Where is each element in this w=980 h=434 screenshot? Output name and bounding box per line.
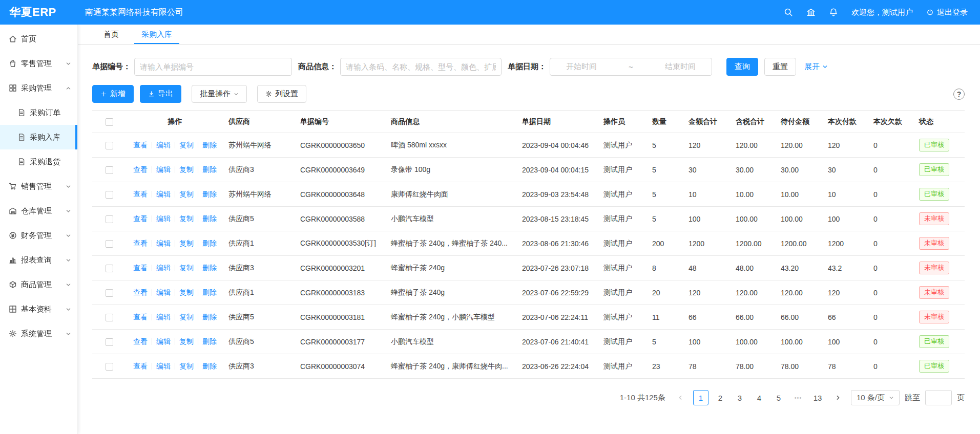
page-button-3[interactable]: 3: [732, 390, 747, 405]
column-settings-button[interactable]: 列设置: [257, 85, 306, 103]
delete-link[interactable]: 删除: [202, 239, 217, 247]
delete-link[interactable]: 删除: [202, 288, 217, 296]
action-separator: [175, 338, 175, 345]
view-link[interactable]: 查看: [133, 264, 148, 272]
row-checkbox[interactable]: [106, 240, 113, 248]
bill-no-input[interactable]: [134, 58, 292, 76]
app-logo[interactable]: 华夏ERP: [0, 5, 78, 20]
delete-link[interactable]: 删除: [202, 264, 217, 272]
delete-link[interactable]: 删除: [202, 337, 217, 345]
copy-link[interactable]: 复制: [179, 165, 194, 173]
sidebar-item-report[interactable]: 报表查询: [0, 248, 77, 272]
logout-button[interactable]: 退出登录: [926, 8, 968, 17]
sidebar-item-goods[interactable]: 商品管理: [0, 272, 77, 297]
row-checkbox[interactable]: [106, 289, 113, 297]
sidebar-item-purchase-order[interactable]: 采购订单: [0, 100, 77, 125]
sidebar-item-warehouse[interactable]: 仓库管理: [0, 199, 77, 223]
sidebar-item-purchase[interactable]: 采购管理: [0, 76, 77, 100]
edit-link[interactable]: 编辑: [156, 214, 171, 223]
row-checkbox[interactable]: [106, 142, 113, 149]
copy-link[interactable]: 复制: [179, 239, 194, 247]
delete-link[interactable]: 删除: [202, 362, 217, 370]
batch-operations-button[interactable]: 批量操作: [192, 85, 247, 103]
sidebar-item-home[interactable]: 首页: [0, 27, 77, 51]
edit-link[interactable]: 编辑: [156, 362, 171, 370]
store-icon[interactable]: [806, 8, 816, 17]
tab-purchase-in[interactable]: 采购入库: [134, 25, 179, 44]
edit-link[interactable]: 编辑: [156, 264, 171, 272]
page-button-13[interactable]: 13: [810, 390, 825, 405]
row-checkbox[interactable]: [106, 363, 113, 371]
sidebar-item-basic[interactable]: 基本资料: [0, 297, 77, 321]
view-link[interactable]: 查看: [133, 141, 148, 149]
bell-icon[interactable]: [829, 8, 838, 17]
search-button[interactable]: 查询: [726, 58, 758, 76]
sidebar-item-finance[interactable]: 财务管理: [0, 223, 77, 248]
tab-home[interactable]: 首页: [96, 25, 126, 44]
row-checkbox[interactable]: [106, 338, 113, 346]
edit-link[interactable]: 编辑: [156, 337, 171, 345]
table-row: 查看编辑复制删除供应商5CGRK00000003181蜂蜜柚子茶 240g，小鹏…: [92, 305, 965, 330]
edit-link[interactable]: 编辑: [156, 141, 171, 149]
edit-link[interactable]: 编辑: [156, 288, 171, 296]
page-button-5[interactable]: 5: [771, 390, 786, 405]
delete-link[interactable]: 删除: [202, 165, 217, 173]
edit-link[interactable]: 编辑: [156, 165, 171, 173]
view-link[interactable]: 查看: [133, 190, 148, 198]
next-page-button[interactable]: [830, 390, 846, 405]
sidebar-item-sales[interactable]: 销售管理: [0, 174, 77, 199]
row-checkbox[interactable]: [106, 265, 113, 272]
view-link[interactable]: 查看: [133, 362, 148, 370]
row-checkbox[interactable]: [106, 314, 113, 321]
select-all-checkbox[interactable]: [106, 118, 113, 126]
help-icon[interactable]: ?: [953, 89, 965, 100]
add-button[interactable]: 新增: [92, 85, 134, 103]
view-link[interactable]: 查看: [133, 239, 148, 247]
copy-link[interactable]: 复制: [179, 288, 194, 296]
edit-link[interactable]: 编辑: [156, 190, 171, 198]
sidebar-item-purchase-in[interactable]: 采购入库: [0, 125, 77, 149]
view-link[interactable]: 查看: [133, 214, 148, 223]
copy-link[interactable]: 复制: [179, 214, 194, 223]
page-button-1[interactable]: 1: [693, 390, 708, 405]
copy-link[interactable]: 复制: [179, 141, 194, 149]
sidebar-item-purchase-return[interactable]: 采购退货: [0, 149, 77, 174]
copy-link[interactable]: 复制: [179, 337, 194, 345]
date-range-separator: ~: [629, 62, 633, 71]
page-size-select[interactable]: 10 条/页: [851, 390, 900, 405]
view-link[interactable]: 查看: [133, 288, 148, 296]
page-button-4[interactable]: 4: [752, 390, 767, 405]
search-icon[interactable]: [784, 8, 793, 17]
cell-amount: 48: [683, 256, 731, 280]
delete-link[interactable]: 删除: [202, 141, 217, 149]
view-link[interactable]: 查看: [133, 337, 148, 345]
edit-link[interactable]: 编辑: [156, 313, 171, 321]
view-link[interactable]: 查看: [133, 165, 148, 173]
copy-link[interactable]: 复制: [179, 190, 194, 198]
copy-link[interactable]: 复制: [179, 362, 194, 370]
row-checkbox[interactable]: [106, 191, 113, 199]
edit-link[interactable]: 编辑: [156, 239, 171, 247]
sidebar-item-retail[interactable]: 零售管理: [0, 51, 77, 76]
gear-icon: [265, 91, 272, 97]
sidebar-item-system[interactable]: 系统管理: [0, 321, 77, 346]
date-range-picker[interactable]: 开始时间 ~ 结束时间: [550, 58, 712, 76]
copy-link[interactable]: 复制: [179, 264, 194, 272]
export-button[interactable]: 导出: [140, 85, 181, 103]
row-checkbox[interactable]: [106, 166, 113, 174]
jump-to-input[interactable]: [925, 390, 952, 405]
cell-tax_total: 100.00: [731, 330, 776, 354]
cell-amount: 100: [683, 207, 731, 231]
delete-link[interactable]: 删除: [202, 313, 217, 321]
row-checkbox[interactable]: [106, 215, 113, 223]
page-button-2[interactable]: 2: [713, 390, 728, 405]
delete-link[interactable]: 删除: [202, 190, 217, 198]
delete-link[interactable]: 删除: [202, 214, 217, 223]
prev-page-button[interactable]: [673, 390, 688, 405]
product-info-input[interactable]: [340, 58, 502, 76]
welcome-user[interactable]: 欢迎您，测试用户: [851, 8, 913, 17]
copy-link[interactable]: 复制: [179, 313, 194, 321]
reset-button[interactable]: 重置: [764, 58, 796, 76]
view-link[interactable]: 查看: [133, 313, 148, 321]
expand-link[interactable]: 展开: [804, 62, 828, 72]
